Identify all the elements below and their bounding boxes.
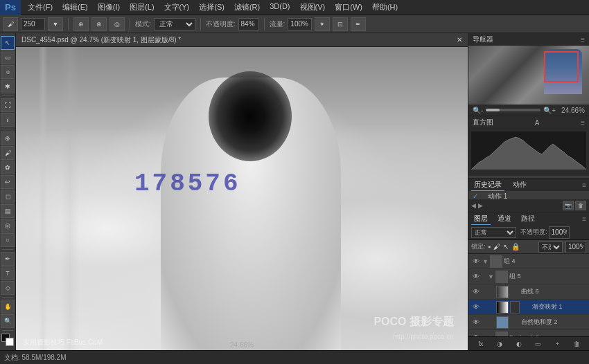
background-detail bbox=[16, 47, 468, 350]
options-toolbar: 🖌 ▼ ⊕ ⊗ ◎ 模式: 正常 不透明度: 流量: ✦ ⊡ ✒ bbox=[0, 15, 589, 33]
tab-layers[interactable]: 图层 bbox=[471, 213, 491, 225]
tool-lasso[interactable]: ⌾ bbox=[1, 65, 15, 79]
tool-sep-5 bbox=[2, 330, 13, 331]
layer-name: 组 4 bbox=[504, 257, 586, 266]
tool-healing[interactable]: ⊕ bbox=[1, 131, 15, 145]
history-item[interactable]: ✓ 动作 1 bbox=[468, 191, 589, 199]
navigator-header: 导航器 ≡ bbox=[468, 33, 589, 46]
layer-mask-btn[interactable]: ◑ bbox=[494, 339, 505, 349]
menu-edit[interactable]: 编辑(E) bbox=[58, 1, 92, 14]
lock-move-btn[interactable]: ↖ bbox=[503, 243, 509, 251]
layer-eye-icon[interactable]: 👁 bbox=[471, 303, 481, 311]
tab-channels[interactable]: 通道 bbox=[495, 213, 514, 224]
lock-all-btn[interactable]: 🔒 bbox=[511, 243, 520, 251]
brush-tool-btn[interactable]: 🖌 bbox=[3, 17, 18, 31]
tool-clone[interactable]: ✿ bbox=[1, 161, 15, 174]
canvas-area: DSC_4554.psd @ 24.7% (新变映射 1, 图层蒙版/8) * … bbox=[16, 33, 468, 350]
navigator-thumbnail bbox=[468, 46, 589, 104]
menu-layer[interactable]: 图层(L) bbox=[125, 1, 158, 14]
layer-fill-input[interactable] bbox=[565, 241, 586, 253]
layer-group4[interactable]: 👁 ▼ 组 4 bbox=[468, 254, 589, 269]
group-collapse-icon[interactable]: ▼ bbox=[482, 258, 489, 265]
layer-fx-btn[interactable]: fx bbox=[475, 339, 486, 349]
layer-adjustment-btn[interactable]: ◐ bbox=[513, 339, 525, 349]
right-panel: 导航器 ≡ 🔍- 🔍+ 24.66% bbox=[468, 33, 589, 350]
tool-gradient[interactable]: ▤ bbox=[1, 204, 15, 218]
blend-mode-select[interactable]: 正常 bbox=[154, 18, 195, 30]
layer-eye-icon[interactable]: 👁 bbox=[471, 257, 481, 265]
zoom-slider[interactable] bbox=[486, 109, 540, 111]
menu-filter[interactable]: 滤镜(R) bbox=[230, 1, 264, 14]
brush-size-input[interactable] bbox=[21, 18, 45, 30]
layers-menu-btn[interactable]: ≡ bbox=[582, 215, 586, 223]
brush-mode3-btn[interactable]: ◎ bbox=[109, 17, 125, 31]
canvas-content[interactable]: 178576 POCO 摄影专题 http://photo.poco.cn 实用… bbox=[16, 47, 468, 350]
tool-eraser[interactable]: ◻ bbox=[1, 190, 15, 203]
tool-text[interactable]: T bbox=[1, 266, 15, 280]
layer-new-btn[interactable]: + bbox=[552, 339, 563, 349]
layers-panel: 图层 通道 路径 ≡ 正常 不透明度: 锁定: ▪ 🖌 ↖ 🔒 不 bbox=[468, 212, 589, 350]
layer-eye-icon[interactable]: 👁 bbox=[471, 273, 481, 280]
menu-window[interactable]: 窗口(W) bbox=[331, 1, 367, 14]
tool-brush[interactable]: 🖌 bbox=[1, 146, 15, 160]
layer-gradient-map1[interactable]: 👁 渐变映射 1 bbox=[468, 300, 589, 315]
menu-3d[interactable]: 3D(D) bbox=[265, 1, 294, 14]
tool-sep-2 bbox=[2, 129, 13, 129]
tool-hand[interactable]: ✋ bbox=[1, 300, 15, 313]
brush-mode2-btn[interactable]: ⊗ bbox=[91, 17, 107, 31]
layer-dodge-burn[interactable]: 👁 ▼ Dodge & Burn bbox=[468, 330, 589, 336]
menu-view[interactable]: 视图(V) bbox=[296, 1, 330, 14]
menu-help[interactable]: 帮助(H) bbox=[368, 1, 402, 14]
tool-dodge[interactable]: ○ bbox=[1, 233, 15, 247]
layer-opacity-input[interactable] bbox=[549, 226, 570, 239]
tool-eyedropper[interactable]: 𝒊 bbox=[1, 113, 15, 127]
tab-actions[interactable]: 动作 bbox=[510, 179, 529, 190]
group-collapse-icon[interactable]: ▼ bbox=[482, 273, 494, 280]
menu-file[interactable]: 文件(F) bbox=[24, 1, 57, 14]
history-menu-btn[interactable]: ≡ bbox=[582, 181, 586, 189]
zoom-in-icon[interactable]: 🔍+ bbox=[543, 107, 556, 114]
nav-thumb-bg bbox=[468, 46, 589, 104]
tab-history[interactable]: 历史记录 bbox=[471, 179, 504, 191]
lock-transparent-btn[interactable]: ▪ bbox=[489, 243, 491, 251]
layer-eye-icon[interactable]: 👁 bbox=[471, 318, 481, 326]
tool-blur[interactable]: ◎ bbox=[1, 219, 15, 233]
layer-group-btn[interactable]: ▭ bbox=[533, 339, 544, 349]
tool-history-brush[interactable]: ↩ bbox=[1, 175, 15, 189]
canvas-tab[interactable]: DSC_4554.psd @ 24.7% (新变映射 1, 图层蒙版/8) * … bbox=[16, 33, 468, 47]
tool-crop[interactable]: ⛶ bbox=[1, 98, 15, 112]
lock-brush-btn[interactable]: 🖌 bbox=[493, 243, 500, 251]
tool-marquee[interactable]: ▭ bbox=[1, 51, 15, 64]
history-delete-btn[interactable]: 🗑 bbox=[575, 201, 586, 210]
layer-group5[interactable]: 👁 ▼ 组 5 bbox=[468, 269, 589, 284]
flow-input[interactable] bbox=[288, 18, 312, 30]
navigator-menu-btn[interactable]: ≡ bbox=[581, 36, 585, 44]
wacom-btn[interactable]: ✒ bbox=[351, 17, 366, 31]
layer-curves6[interactable]: 👁 曲线 6 bbox=[468, 284, 589, 300]
zoom-out-icon[interactable]: 🔍- bbox=[473, 107, 483, 114]
menu-image[interactable]: 图像(I) bbox=[94, 1, 124, 14]
main-area: ↖ ▭ ⌾ ✱ ⛶ 𝒊 ⊕ 🖌 ✿ ↩ ◻ ▤ ◎ ○ ✒ T ◇ ✋ 🔍 DS… bbox=[0, 33, 589, 350]
layer-delete-btn[interactable]: 🗑 bbox=[571, 339, 582, 349]
pressure-btn[interactable]: ⊡ bbox=[333, 17, 348, 31]
opacity-input[interactable] bbox=[238, 18, 259, 30]
layer-eye-icon[interactable]: 👁 bbox=[471, 288, 481, 295]
doc-size: 文档: 58.5M/198.2M bbox=[4, 353, 66, 363]
canvas-close-btn[interactable]: ✕ bbox=[457, 36, 462, 44]
airbrush-btn[interactable]: ✦ bbox=[315, 17, 330, 31]
tool-zoom[interactable]: 🔍 bbox=[1, 314, 15, 328]
tool-move[interactable]: ↖ bbox=[1, 36, 15, 50]
menu-select[interactable]: 选择(S) bbox=[195, 1, 229, 14]
blend-mode-dropdown[interactable]: 正常 bbox=[471, 227, 516, 238]
brush-picker-btn[interactable]: ▼ bbox=[48, 17, 63, 31]
brush-mode-btn[interactable]: ⊕ bbox=[73, 17, 89, 31]
menu-text[interactable]: 文字(Y) bbox=[160, 1, 194, 14]
fill-mode-dropdown[interactable]: 不透明度 bbox=[538, 242, 563, 253]
tool-shape[interactable]: ◇ bbox=[1, 281, 15, 295]
tab-paths[interactable]: 路径 bbox=[518, 213, 538, 224]
histogram-menu-btn[interactable]: ≡ bbox=[581, 119, 585, 127]
layer-vibrance2[interactable]: 👁 自然饱和度 2 bbox=[468, 315, 589, 330]
history-snap-btn[interactable]: 📷 bbox=[563, 201, 574, 210]
tool-pen[interactable]: ✒ bbox=[1, 252, 15, 266]
tool-magic-wand[interactable]: ✱ bbox=[1, 80, 15, 93]
